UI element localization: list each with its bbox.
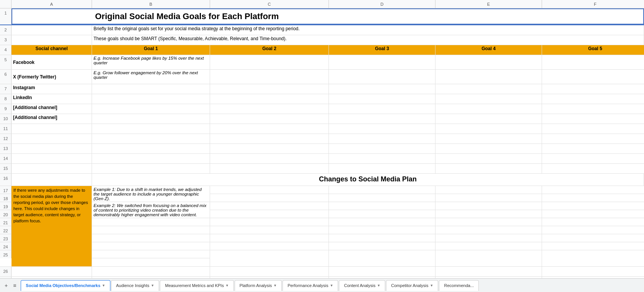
cell-7e[interactable] — [435, 84, 542, 94]
cell-14b[interactable] — [92, 154, 210, 163]
cell-14f[interactable] — [542, 154, 644, 163]
cell-18f[interactable] — [542, 194, 644, 202]
cell-6a-twitter[interactable]: X (Formerly Twitter) — [12, 70, 92, 84]
cell-10a-additional2[interactable]: [Additional channel] — [12, 114, 92, 124]
cell-20f[interactable] — [542, 210, 644, 218]
merged-orange-note[interactable]: If there were any adjustments made to th… — [12, 186, 92, 266]
cell-12b[interactable] — [92, 134, 210, 144]
cell-26a[interactable] — [12, 267, 92, 276]
cell-11e[interactable] — [435, 124, 542, 134]
cell-15d[interactable] — [329, 164, 435, 173]
cell-26b[interactable] — [92, 267, 210, 276]
cell-5f[interactable] — [542, 55, 644, 69]
cell-10b[interactable] — [92, 114, 210, 124]
cell-subtitle1[interactable]: Briefly list the original goals set for … — [92, 25, 644, 35]
tab-platform[interactable]: Platform Analysis ▼ — [235, 280, 282, 291]
cell-4f-goal5[interactable]: Goal 5 — [542, 45, 644, 55]
add-sheet-icon[interactable]: + — [3, 281, 9, 290]
tab-objectives[interactable]: Social Media Objectives/Benchmarks ▼ — [21, 280, 110, 291]
tab-content[interactable]: Content Analysis ▼ — [339, 280, 385, 291]
cell-18b-empty[interactable] — [92, 226, 210, 234]
cell-changes-title[interactable]: Changes to Social Media Plan — [92, 174, 644, 186]
tab-recommend[interactable]: Recommenda... — [439, 280, 479, 291]
cell-10c[interactable] — [210, 114, 329, 124]
cell-25e[interactable] — [435, 250, 542, 258]
cell-14d[interactable] — [329, 154, 435, 163]
cell-subtitle2[interactable]: These goals should be SMART (Specific, M… — [92, 35, 644, 45]
cell-4b-goal1[interactable]: Goal 1 — [92, 45, 210, 55]
cell-18d[interactable] — [329, 194, 435, 202]
cell-11d[interactable] — [329, 124, 435, 134]
cell-7b[interactable] — [92, 84, 210, 94]
cell-5b-goal1[interactable]: E.g. Increase Facebook page likes by 15%… — [92, 55, 210, 69]
cell-10e[interactable] — [435, 114, 542, 124]
cell-21c[interactable] — [210, 218, 329, 226]
cell-24e[interactable] — [435, 242, 542, 250]
cell-8a-linkedin[interactable]: LinkedIn — [12, 94, 92, 104]
cell-15b[interactable] — [92, 164, 210, 173]
cell-17d[interactable] — [329, 186, 435, 194]
cell-7c[interactable] — [210, 84, 329, 94]
cell-10d[interactable] — [329, 114, 435, 124]
cell-22e[interactable] — [435, 226, 542, 234]
cell-11f[interactable] — [542, 124, 644, 134]
cell-16a[interactable] — [12, 174, 92, 186]
cell-22d[interactable] — [329, 226, 435, 234]
cell-19b-empty[interactable] — [92, 234, 210, 242]
cell-20b-empty[interactable] — [92, 242, 210, 250]
cell-7d[interactable] — [329, 84, 435, 94]
cell-23d[interactable] — [329, 234, 435, 242]
cell-22b-empty[interactable] — [92, 258, 210, 266]
cell-13d[interactable] — [329, 144, 435, 153]
cell-13a[interactable] — [12, 144, 92, 153]
cell-4d-goal3[interactable]: Goal 3 — [329, 45, 435, 55]
cell-6e[interactable] — [435, 70, 542, 84]
cell-15c[interactable] — [210, 164, 329, 173]
cell-21e[interactable] — [435, 218, 542, 226]
cell-25f[interactable] — [542, 250, 644, 258]
cell-9a-additional1[interactable]: [Additional channel] — [12, 104, 92, 114]
cell-4a-social-channel[interactable]: Social channel — [12, 45, 92, 55]
cell-5d[interactable] — [329, 55, 435, 69]
cell-example1[interactable]: Example 1: Due to a shift in market tren… — [92, 186, 210, 202]
cell-6d[interactable] — [329, 70, 435, 84]
cell-18e[interactable] — [435, 194, 542, 202]
cell-17f[interactable] — [542, 186, 644, 194]
cell-5a-facebook[interactable]: Facebook — [12, 55, 92, 69]
cell-7f[interactable] — [542, 84, 644, 94]
cell-12f[interactable] — [542, 134, 644, 144]
cell-20c[interactable] — [210, 210, 329, 218]
cell-13e[interactable] — [435, 144, 542, 153]
tab-competitor[interactable]: Competitor Analysis ▼ — [386, 280, 438, 291]
cell-19e[interactable] — [435, 202, 542, 210]
cell-5e[interactable] — [435, 55, 542, 69]
cell-8d[interactable] — [329, 94, 435, 104]
cell-10f[interactable] — [542, 114, 644, 124]
cell-20e[interactable] — [435, 210, 542, 218]
cell-7a-instagram[interactable]: Instagram — [12, 84, 92, 94]
cell-12a[interactable] — [12, 134, 92, 144]
tab-performance[interactable]: Performance Analysis ▼ — [283, 280, 338, 291]
cell-8e[interactable] — [435, 94, 542, 104]
cell-20d[interactable] — [329, 210, 435, 218]
cell-14e[interactable] — [435, 154, 542, 163]
cell-12e[interactable] — [435, 134, 542, 144]
cell-12d[interactable] — [329, 134, 435, 144]
cell-14c[interactable] — [210, 154, 329, 163]
cell-21d[interactable] — [329, 218, 435, 226]
cell-23f[interactable] — [542, 234, 644, 242]
cell-9d[interactable] — [329, 104, 435, 114]
cell-19d[interactable] — [329, 202, 435, 210]
cell-8f[interactable] — [542, 94, 644, 104]
cell-19c[interactable] — [210, 202, 329, 210]
cell-19f[interactable] — [542, 202, 644, 210]
sheet-menu-icon[interactable]: ≡ — [12, 281, 18, 290]
cell-9c[interactable] — [210, 104, 329, 114]
tab-metrics[interactable]: Measurement Metrics and KPIs ▼ — [160, 280, 233, 291]
cell-11b[interactable] — [92, 124, 210, 134]
cell-4c-goal2[interactable]: Goal 2 — [210, 45, 329, 55]
cell-example2[interactable]: Example 2: We switched from focusing on … — [92, 202, 210, 218]
cell-12c[interactable] — [210, 134, 329, 144]
cell-17c[interactable] — [210, 186, 329, 194]
cell-4e-goal4[interactable]: Goal 4 — [435, 45, 542, 55]
